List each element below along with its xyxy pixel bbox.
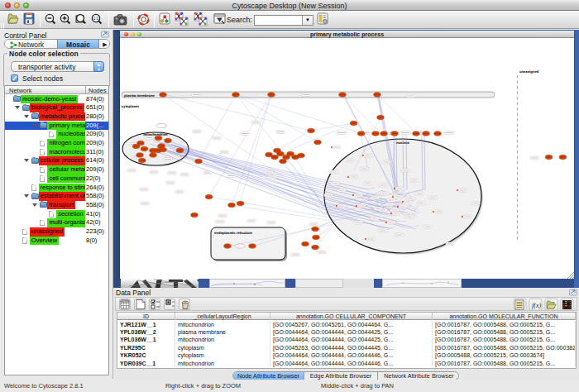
svg-text:f(x): f(x) xyxy=(532,302,541,309)
svg-text:unassigned: unassigned xyxy=(519,69,538,74)
svg-text:mitochondrion: mitochondrion xyxy=(143,132,167,136)
svg-text:endoplasmic reticulum: endoplasmic reticulum xyxy=(214,231,252,235)
svg-text:1:1: 1:1 xyxy=(93,17,99,21)
svg-text:cytoplasm: cytoplasm xyxy=(122,104,139,108)
svg-text:plasma membrane: plasma membrane xyxy=(124,93,155,98)
